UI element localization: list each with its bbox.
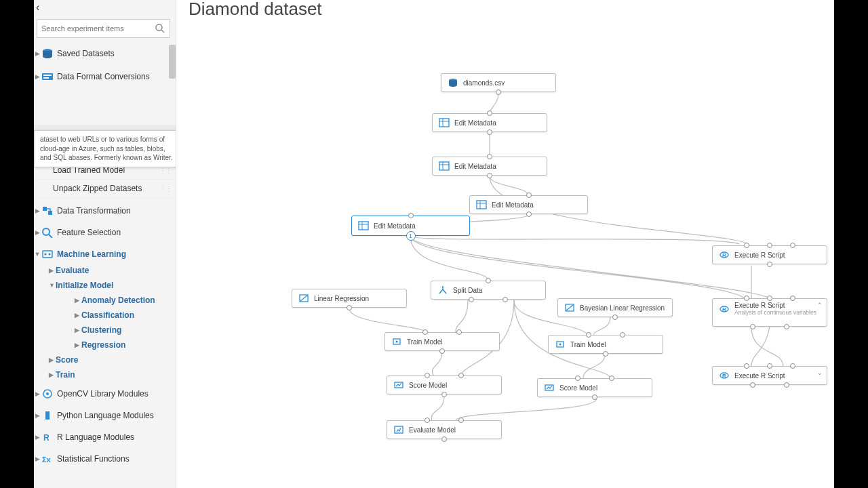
subcat-regression[interactable]: ▶Regression (75, 338, 176, 352)
port-badge: 1 (406, 231, 416, 241)
svg-rect-3 (42, 73, 53, 80)
node-edit-metadata-3[interactable]: Edit Metadata (469, 195, 588, 214)
r-icon: R (41, 431, 54, 443)
svg-text:Σx: Σx (42, 455, 52, 464)
subcat-anomaly[interactable]: ▶Anomaly Detection (75, 293, 176, 308)
subcat-classification[interactable]: ▶Classification (75, 308, 176, 323)
evaluate-icon (391, 422, 406, 437)
chevron-right-icon: ▶ (34, 390, 41, 397)
node-label: Train Model (407, 338, 442, 346)
subcat-train[interactable]: ▶Train (49, 367, 176, 382)
category-label: Data Transformation (57, 206, 131, 216)
category-saved-datasets[interactable]: ▶ Saved Datasets (34, 45, 176, 62)
svg-rect-21 (439, 162, 449, 170)
category-label: Python Language Modules (57, 411, 154, 420)
svg-point-14 (46, 392, 49, 395)
subcat-initialize-model[interactable]: ▼Initialize Model (49, 278, 176, 293)
search-input[interactable] (41, 24, 155, 33)
svg-rect-10 (43, 251, 52, 258)
dataset-icon (41, 47, 54, 60)
svg-text:R: R (722, 306, 726, 312)
search-box[interactable] (37, 19, 170, 38)
svg-text:R: R (43, 433, 50, 443)
svg-point-35 (396, 341, 398, 343)
node-label: Execute R Script (734, 251, 785, 259)
node-label: Edit Metadata (492, 201, 534, 209)
svg-text:R: R (722, 373, 726, 379)
module-unpack-zipped[interactable]: Unpack Zipped Datasets ⋮⋮ (34, 180, 176, 198)
category-feature-selection[interactable]: ▶ Feature Selection (34, 224, 176, 241)
category-data-format[interactable]: ▶ Data Format Conversions (34, 68, 176, 85)
chevron-down-icon[interactable]: ⌄ (817, 369, 823, 376)
subcat-evaluate[interactable]: ▶Evaluate (49, 263, 176, 278)
search-icon[interactable] (155, 23, 165, 34)
python-icon (41, 409, 54, 422)
model-icon (296, 291, 311, 306)
node-dataset[interactable]: diamonds.csv (441, 73, 556, 92)
svg-rect-7 (48, 211, 52, 215)
chevron-right-icon: ▶ (34, 229, 41, 236)
node-edit-metadata-1[interactable]: Edit Metadata (432, 113, 547, 132)
dataset-icon (446, 75, 460, 90)
node-label: Bayesian Linear Regression (580, 304, 665, 312)
sidebar: ‹ ▶ Saved Datasets ▶ Data Format Convers (34, 0, 176, 488)
node-split-data[interactable]: Split Data (431, 281, 546, 300)
category-opencv[interactable]: ▶ OpenCV Library Modules (34, 385, 176, 403)
chevron-up-icon[interactable]: ⌃ (817, 302, 823, 308)
svg-line-9 (49, 235, 52, 238)
node-linear-regression[interactable]: Linear Regression (292, 289, 407, 308)
chevron-right-icon: ▶ (34, 50, 41, 57)
sidebar-scroll[interactable]: ▶ Saved Datasets ▶ Data Format Conversio… (34, 45, 176, 479)
node-label: Edit Metadata (454, 119, 496, 127)
category-label: Feature Selection (57, 228, 121, 237)
category-label: Machine Learning (57, 249, 126, 259)
category-stats[interactable]: ▶ Σx Statistical Functions (34, 450, 176, 468)
node-execute-r-1[interactable]: R Execute R Script (712, 245, 827, 264)
svg-line-33 (566, 305, 573, 310)
train-icon (553, 337, 568, 352)
node-label: Edit Metadata (374, 222, 416, 230)
node-train-model-1[interactable]: Train Model (384, 332, 500, 351)
experiment-canvas[interactable]: Diamond dataset (176, 0, 834, 488)
category-python[interactable]: ▶ Python Language Modules (34, 407, 176, 424)
category-data-transformation[interactable]: ▶ Data Transformation (34, 202, 176, 220)
node-execute-r-3[interactable]: R Execute R Script ⌄ (712, 366, 827, 385)
node-score-model-1[interactable]: Score Model (387, 375, 502, 394)
category-r[interactable]: ▶ R R Language Modules (34, 428, 176, 446)
drag-handle-icon: ⋮⋮ (159, 167, 172, 174)
category-label: Statistical Functions (57, 454, 130, 464)
node-train-model-2[interactable]: Train Model (548, 335, 663, 354)
node-edit-metadata-4[interactable]: Edit Metadata 1 (351, 216, 470, 236)
svg-rect-4 (43, 75, 52, 76)
metadata-icon (437, 115, 452, 130)
metadata-icon (437, 159, 452, 174)
category-machine-learning[interactable]: ▼ Machine Learning (34, 245, 176, 263)
node-label: Split Data (453, 287, 482, 294)
opencv-icon (41, 388, 54, 400)
node-edit-metadata-2[interactable]: Edit Metadata (432, 157, 547, 176)
node-sublabel: Analysis of continuous variables (734, 309, 816, 316)
node-label: Edit Metadata (454, 163, 496, 170)
category-label: OpenCV Library Modules (57, 389, 149, 399)
subcat-score[interactable]: ▶Score (49, 352, 176, 367)
node-bayesian-lr[interactable]: Bayesian Linear Regression (557, 298, 673, 317)
node-label: Train Model (570, 341, 606, 348)
page-title: Diamond dataset (189, 0, 322, 20)
ml-icon (41, 248, 54, 260)
svg-rect-5 (43, 77, 49, 79)
svg-point-11 (45, 253, 47, 256)
node-score-model-2[interactable]: Score Model (537, 378, 652, 397)
chevron-right-icon: ▶ (34, 207, 41, 214)
node-evaluate-model[interactable]: Evaluate Model (387, 420, 502, 439)
back-arrow-icon[interactable]: ‹ (36, 1, 39, 14)
node-label: Execute R Script (734, 372, 785, 380)
svg-rect-40 (395, 426, 403, 433)
subcat-clustering[interactable]: ▶Clustering (75, 323, 176, 338)
node-execute-r-2[interactable]: R Execute R Script Analysis of continuou… (712, 298, 827, 327)
module-label: Unpack Zipped Datasets (53, 184, 142, 193)
node-label: Score Model (559, 384, 597, 392)
svg-rect-6 (43, 207, 47, 211)
transform-icon (41, 205, 54, 217)
svg-point-8 (43, 228, 50, 235)
node-label: Linear Regression (314, 295, 369, 302)
